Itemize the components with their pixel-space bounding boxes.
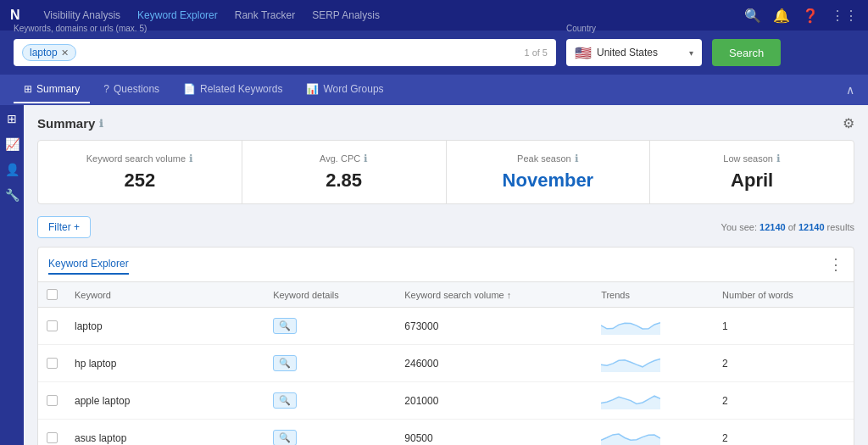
table-row: apple laptop🔍2010002 (38, 382, 854, 420)
country-wrap: Country 🇺🇸 United States ▾ (566, 39, 702, 66)
row-checkbox[interactable] (47, 320, 58, 331)
nav-rank-tracker[interactable]: Rank Tracker (235, 9, 295, 21)
search-input-box[interactable]: laptop ✕ 1 of 5 (14, 39, 556, 66)
search-button[interactable]: Search (712, 39, 781, 66)
row-checkbox[interactable] (47, 432, 58, 443)
results-total: 12140 (798, 222, 825, 232)
cell-word-count: 2 (714, 420, 854, 446)
summary-info-icon[interactable]: ℹ (99, 118, 103, 130)
summary-title: Summary ℹ (37, 116, 103, 131)
bell-icon[interactable]: 🔔 (773, 8, 790, 24)
row-checkbox[interactable] (47, 358, 58, 369)
col-volume: Keyword search volume ↑ (396, 282, 593, 308)
app-logo: N (10, 8, 20, 23)
cell-keyword: hp laptop (66, 345, 264, 382)
table-menu-icon[interactable]: ⋮ (828, 255, 843, 274)
table-header-row: Keyword Keyword details Keyword search v… (38, 282, 854, 308)
low-info-icon[interactable]: ℹ (776, 153, 781, 164)
wordgroups-tab-icon: 📊 (306, 83, 319, 95)
results-shown: 12140 (760, 222, 786, 232)
summary-title-text: Summary (37, 116, 95, 131)
settings-gear-icon[interactable]: ⚙ (843, 115, 854, 131)
sparkline (601, 389, 660, 409)
main-content: Summary ℹ ⚙ Keyword search volume ℹ 252 … (24, 105, 868, 445)
sidebar-grid-icon[interactable]: ⊞ (7, 112, 17, 125)
search-icon[interactable]: 🔍 (744, 8, 761, 24)
col-details: Keyword details (264, 282, 396, 308)
results-text: You see: (721, 222, 757, 232)
stat-card-low: Low season ℹ April (650, 141, 854, 203)
cell-keyword: asus laptop (66, 420, 264, 446)
cell-trends (593, 308, 714, 345)
sidebar-settings-icon[interactable]: 🔧 (5, 188, 19, 202)
filter-button[interactable]: Filter + (37, 216, 91, 238)
cell-trends (593, 420, 714, 446)
col-words: Number of words (714, 282, 854, 308)
tab-related-keywords[interactable]: 📄 Related Keywords (173, 76, 292, 103)
results-info: You see: 12140 of 12140 results (721, 222, 854, 232)
row-checkbox[interactable] (47, 395, 58, 406)
col-checkbox (38, 282, 66, 308)
sidebar-user-icon[interactable]: 👤 (5, 163, 19, 176)
table-row: asus laptop🔍905002 (38, 420, 854, 446)
stat-value-low: April (667, 170, 837, 192)
left-sidebar: ⊞ 📈 👤 🔧 (0, 105, 24, 445)
wordgroups-tab-label: Word Groups (323, 83, 383, 95)
flag-icon: 🇺🇸 (575, 45, 592, 61)
table-header-bar: Keyword Explorer ⋮ (38, 248, 854, 282)
tag-label: laptop (30, 47, 58, 58)
summary-tab-label: Summary (36, 83, 80, 95)
header-checkbox[interactable] (47, 289, 58, 300)
cell-keyword: apple laptop (66, 382, 264, 420)
tab-word-groups[interactable]: 📊 Word Groups (296, 76, 393, 103)
sub-tabs-bar: ⊞ Summary ? Questions 📄 Related Keywords… (0, 75, 868, 105)
stat-label-cpc: Avg. CPC ℹ (259, 153, 429, 164)
summary-header: Summary ℹ ⚙ (37, 115, 854, 131)
stat-card-cpc: Avg. CPC ℹ 2.85 (242, 141, 447, 203)
keyword-table: Keyword Keyword details Keyword search v… (38, 282, 854, 445)
sparkline (601, 426, 660, 445)
cpc-info-icon[interactable]: ℹ (364, 153, 368, 164)
tab-questions[interactable]: ? Questions (93, 76, 170, 103)
col-trends: Trends (593, 282, 714, 308)
col-keyword: Keyword (66, 282, 264, 308)
stat-label-low: Low season ℹ (667, 153, 837, 164)
details-button[interactable]: 🔍 (273, 355, 297, 371)
details-button[interactable]: 🔍 (273, 430, 297, 445)
cell-volume: 90500 (396, 420, 593, 446)
nav-visibility-analysis[interactable]: Visibility Analysis (44, 9, 120, 21)
help-icon[interactable]: ❓ (802, 8, 819, 24)
cell-details: 🔍 (264, 382, 396, 420)
country-select[interactable]: 🇺🇸 United States ▾ (566, 39, 702, 66)
keyword-table-wrap: Keyword Explorer ⋮ Keyword Keyword detai… (37, 247, 854, 445)
tab-summary[interactable]: ⊞ Summary (14, 76, 90, 103)
nav-serp-analysis[interactable]: SERP Analysis (312, 9, 380, 21)
details-button[interactable]: 🔍 (273, 318, 297, 334)
keyword-search-wrap: Keywords, domains or urls (max. 5) lapto… (14, 39, 556, 66)
cell-details: 🔍 (264, 345, 396, 382)
apps-icon[interactable]: ⋮⋮ (831, 8, 858, 24)
stat-value-peak: November (464, 170, 633, 192)
cell-volume: 201000 (396, 382, 593, 420)
cell-word-count: 1 (714, 308, 854, 345)
stats-row: Keyword search volume ℹ 252 Avg. CPC ℹ 2… (37, 140, 854, 204)
cell-keyword: laptop (66, 308, 264, 345)
volume-info-icon[interactable]: ℹ (189, 153, 193, 164)
search-field-label: Keywords, domains or urls (max. 5) (14, 24, 147, 33)
summary-tab-icon: ⊞ (24, 83, 32, 95)
tag-close-icon[interactable]: ✕ (61, 47, 69, 58)
collapse-icon[interactable]: ∧ (846, 83, 854, 97)
nav-right-icons: 🔍 🔔 ❓ ⋮⋮ (744, 8, 858, 24)
cell-word-count: 2 (714, 345, 854, 382)
nav-keyword-explorer[interactable]: Keyword Explorer (137, 9, 218, 21)
peak-info-icon[interactable]: ℹ (575, 153, 579, 164)
results-suffix: results (827, 222, 854, 232)
sidebar-chart-icon[interactable]: 📈 (5, 137, 19, 151)
stat-card-volume: Keyword search volume ℹ 252 (38, 141, 242, 203)
questions-tab-icon: ? (103, 83, 109, 95)
details-button[interactable]: 🔍 (273, 392, 297, 409)
search-area: Keywords, domains or urls (max. 5) lapto… (0, 31, 868, 75)
stat-value-volume: 252 (55, 170, 225, 192)
cell-volume: 673000 (396, 308, 593, 345)
table-tab-keyword-explorer[interactable]: Keyword Explorer (48, 254, 129, 275)
